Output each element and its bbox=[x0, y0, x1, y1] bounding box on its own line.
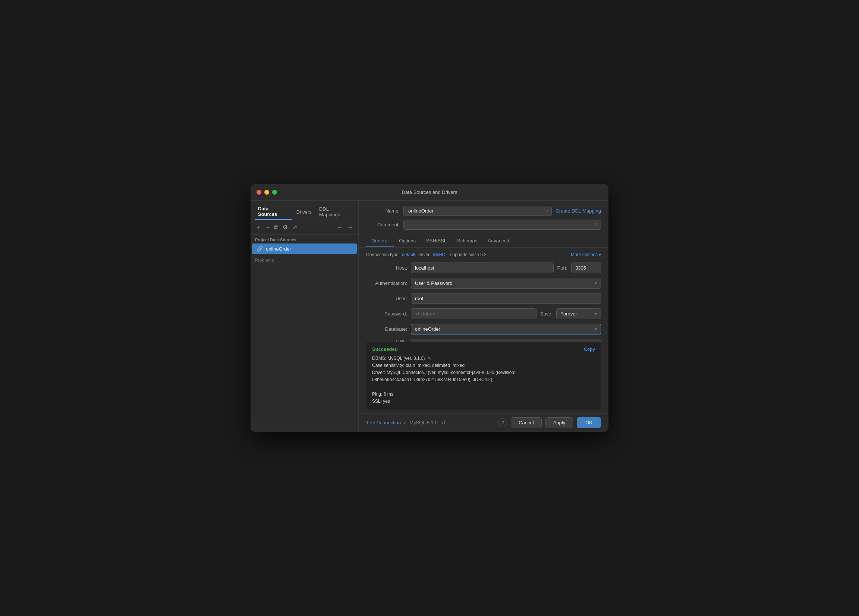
save-label: Save: bbox=[540, 311, 553, 317]
forward-button[interactable]: → bbox=[346, 224, 355, 231]
window-title: Data Sources and Drivers bbox=[402, 189, 458, 195]
result-driver: Driver: MySQL Connector/J (ver. mysql-co… bbox=[372, 369, 595, 383]
ok-button[interactable]: OK bbox=[577, 417, 601, 428]
comment-label: Comment: bbox=[366, 222, 400, 227]
url-area: jdbc:mysql://localhost:3306/onlineOrder … bbox=[411, 339, 601, 342]
refresh-icon[interactable]: ↺ bbox=[442, 420, 446, 426]
tab-ddl-mappings[interactable]: DDL Mappings bbox=[316, 204, 354, 220]
datasource-item-online-order[interactable]: 🔗 onlineOrder bbox=[252, 244, 357, 254]
main-form: Connection type: default Driver: MySQL s… bbox=[359, 248, 608, 342]
settings-button[interactable]: ⚙ bbox=[281, 223, 289, 231]
copy-button[interactable]: Copy bbox=[584, 346, 595, 352]
save-value: Forever bbox=[561, 311, 595, 317]
section-label: Project Data Sources bbox=[251, 235, 358, 244]
result-ping: Ping: 6 ms bbox=[372, 391, 595, 398]
database-row: Database: onlineOrder ▾ bbox=[366, 324, 601, 335]
datasource-label: onlineOrder bbox=[266, 246, 291, 252]
problems-label: Problems bbox=[255, 258, 274, 263]
name-row: Name: ○ Create DDL Mapping bbox=[366, 206, 601, 216]
auth-row: Authentication: User & Password ▾ bbox=[366, 278, 601, 289]
conn-type-label: Connection type: bbox=[366, 252, 400, 257]
chevron-down-icon: ▾ bbox=[595, 327, 597, 331]
tab-ssh-ssl[interactable]: SSH/SSL bbox=[421, 235, 452, 247]
help-button[interactable]: ? bbox=[498, 418, 507, 427]
database-label: Database: bbox=[366, 326, 407, 332]
tab-drivers[interactable]: Drivers bbox=[294, 207, 315, 217]
edit-icon[interactable]: ✎ bbox=[428, 356, 431, 361]
name-input[interactable] bbox=[407, 206, 546, 216]
config-tabs: General Options SSH/SSL Schemas Advanced bbox=[359, 235, 608, 248]
traffic-lights bbox=[256, 190, 277, 195]
driver-label: Driver: bbox=[417, 252, 431, 257]
minimize-button[interactable] bbox=[264, 190, 269, 195]
checkmark-icon: ✓ bbox=[403, 420, 407, 425]
create-ddl-button[interactable]: Create DDL Mapping bbox=[556, 208, 601, 214]
driver-value[interactable]: MySQL bbox=[433, 252, 448, 257]
succeeded-text: Succeeded bbox=[372, 346, 398, 352]
name-input-wrap: ○ bbox=[403, 206, 552, 216]
expand-icon[interactable]: ⤢ bbox=[594, 222, 598, 227]
port-label: Port: bbox=[558, 265, 567, 271]
add-button[interactable]: ＋ bbox=[254, 223, 263, 232]
name-label: Name: bbox=[366, 208, 400, 214]
dbms-text: DBMS: MySQL (ver. 8.1.0) bbox=[372, 356, 425, 361]
back-button[interactable]: ← bbox=[335, 224, 344, 231]
result-ssl: SSL: yes bbox=[372, 398, 595, 405]
cancel-button[interactable]: Cancel bbox=[511, 417, 541, 428]
auth-select[interactable]: User & Password ▾ bbox=[411, 278, 601, 289]
result-body: DBMS: MySQL (ver. 8.1.0) ✎ Case sensitiv… bbox=[372, 355, 595, 405]
tab-advanced[interactable]: Advanced bbox=[483, 235, 514, 247]
remove-button[interactable]: − bbox=[265, 224, 271, 231]
test-connection-label: Test Connection bbox=[366, 420, 401, 425]
left-panel: Data Sources Drivers DDL Mappings ＋ − ⧉ … bbox=[251, 201, 359, 432]
export-button[interactable]: ↗ bbox=[291, 223, 298, 231]
left-toolbar: ＋ − ⧉ ⚙ ↗ ← → bbox=[251, 220, 358, 235]
tab-options[interactable]: Options bbox=[394, 235, 421, 247]
test-connection-button[interactable]: Test Connection ✓ MySQL 8.1.0 bbox=[366, 420, 438, 425]
copy-ds-button[interactable]: ⧉ bbox=[273, 224, 280, 231]
result-header: Succeeded Copy bbox=[372, 346, 595, 352]
test-result-box: Succeeded Copy DBMS: MySQL (ver. 8.1.0) … bbox=[366, 342, 601, 410]
user-input[interactable] bbox=[411, 293, 601, 304]
password-input[interactable] bbox=[411, 308, 537, 319]
tab-data-sources[interactable]: Data Sources bbox=[255, 203, 292, 220]
conn-type-value[interactable]: default bbox=[402, 252, 415, 257]
host-input[interactable] bbox=[411, 263, 554, 273]
form-header: Name: ○ Create DDL Mapping Comment: ⤢ bbox=[359, 201, 608, 233]
dialog-footer: Test Connection ✓ MySQL 8.1.0 ↺ ? Cancel… bbox=[359, 413, 608, 432]
right-panel: Name: ○ Create DDL Mapping Comment: ⤢ bbox=[359, 201, 608, 432]
content-area: Data Sources Drivers DDL Mappings ＋ − ⧉ … bbox=[251, 201, 608, 432]
main-dialog: Data Sources and Drivers Data Sources Dr… bbox=[251, 184, 608, 432]
host-row: Host: Port: bbox=[366, 263, 601, 273]
chevron-down-icon: ▾ bbox=[595, 281, 597, 286]
result-dbms: DBMS: MySQL (ver. 8.1.0) ✎ bbox=[372, 355, 595, 362]
apply-button[interactable]: Apply bbox=[545, 417, 573, 428]
password-row: Password: Save: Forever ▾ bbox=[366, 308, 601, 319]
spinner-icon: ○ bbox=[546, 208, 548, 214]
auth-label: Authentication: bbox=[366, 280, 407, 286]
result-case: Case sensitivity: plain=mixed, delimited… bbox=[372, 362, 595, 369]
database-select[interactable]: onlineOrder ▾ bbox=[411, 324, 601, 335]
chevron-down-icon: ▾ bbox=[595, 311, 597, 316]
password-label: Password: bbox=[366, 311, 407, 317]
mysql-version-text: MySQL 8.1.0 bbox=[409, 420, 437, 425]
tab-general[interactable]: General bbox=[366, 235, 394, 247]
tab-schemas[interactable]: Schemas bbox=[452, 235, 483, 247]
host-label: Host: bbox=[366, 265, 407, 271]
comment-input[interactable] bbox=[407, 220, 594, 229]
problems-section: Problems bbox=[251, 254, 358, 267]
chevron-down-icon: ▾ bbox=[599, 252, 601, 257]
datasource-icon: 🔗 bbox=[256, 246, 263, 252]
close-button[interactable] bbox=[256, 190, 261, 195]
url-row: URL: jdbc:mysql://localhost:3306/onlineO… bbox=[366, 339, 601, 342]
port-input[interactable] bbox=[571, 263, 601, 273]
left-tabs-bar: Data Sources Drivers DDL Mappings bbox=[251, 201, 358, 220]
more-options-button[interactable]: More Options ▾ bbox=[571, 252, 601, 257]
driver-desc: supports since 5.2 bbox=[450, 252, 486, 257]
url-label: URL: bbox=[366, 339, 407, 342]
url-wrap: jdbc:mysql://localhost:3306/onlineOrder … bbox=[411, 339, 601, 342]
title-bar: Data Sources and Drivers bbox=[251, 184, 608, 201]
save-select[interactable]: Forever ▾ bbox=[556, 308, 601, 319]
user-row: User: bbox=[366, 293, 601, 304]
maximize-button[interactable] bbox=[272, 190, 277, 195]
